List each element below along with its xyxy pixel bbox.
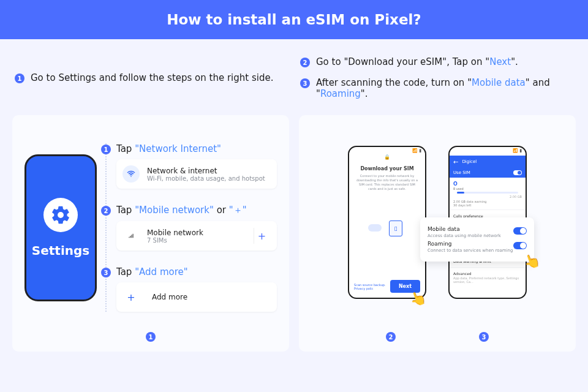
plus-icon[interactable]: + bbox=[254, 228, 270, 244]
cloud-icon bbox=[368, 224, 382, 232]
mobile-data-toggle[interactable] bbox=[513, 227, 527, 235]
card-2: 📶 ▮ 🔒 Download your SIM Connect to your … bbox=[299, 115, 576, 352]
intro-bullet-3: 3 After scanning the code, turn on "Mobi… bbox=[300, 77, 573, 99]
intro-bullet-1: 1 Go to Settings and follow the steps on… bbox=[15, 72, 273, 83]
card2-foot: 2 3 bbox=[299, 331, 576, 342]
use-sim-row[interactable]: Use SIM bbox=[450, 168, 526, 178]
phone-sim-settings: 📶 ▮ ← Digicel Use SIM O 8 used 2.00 GB 2… bbox=[448, 146, 527, 299]
download-illustration: ▯ bbox=[366, 216, 409, 241]
statusbar: 📶 ▮ bbox=[450, 147, 526, 154]
step-1: 1 Tap "Network Internet" Network & inter… bbox=[116, 143, 277, 189]
use-sim-toggle[interactable] bbox=[513, 170, 522, 175]
foot-badge-1: 1 bbox=[146, 332, 156, 342]
step-2: 2 Tap "Mobile network" or "＋" Mobile net… bbox=[116, 205, 277, 251]
step-title-2: Tap "Mobile network" or "＋" bbox=[116, 205, 277, 216]
tile-name: Network & internet bbox=[147, 167, 265, 175]
intro-text-2: Go to "Download your eSIM", Tap on "Next… bbox=[316, 56, 518, 67]
badge-2: 2 bbox=[300, 58, 310, 67]
badge-3: 3 bbox=[300, 78, 310, 88]
statusbar: 📶 ▮ bbox=[349, 147, 425, 154]
intro-text-1: Go to Settings and follow the steps on t… bbox=[31, 72, 273, 83]
intro-right: 2 Go to "Download your eSIM", Tap on "Ne… bbox=[300, 56, 573, 99]
wifi-icon bbox=[123, 165, 140, 183]
step-3: 3 Tap "Add more" + Add more bbox=[116, 266, 277, 312]
row-advanced[interactable]: AdvancedApp data, Preferred network type… bbox=[450, 267, 526, 287]
gear-icon bbox=[43, 198, 78, 232]
tile-sub: Wi-Fi, mobile, data usage, and hotspot bbox=[147, 175, 265, 182]
card1-foot: 1 bbox=[12, 331, 289, 342]
tile-add-more[interactable]: + Add more bbox=[116, 282, 277, 312]
steps-list: 1 Tap "Network Internet" Network & inter… bbox=[105, 143, 277, 312]
back-icon[interactable]: ← bbox=[453, 159, 458, 165]
settings-label: Settings bbox=[32, 243, 89, 258]
intro-row: 1 Go to Settings and follow the steps on… bbox=[0, 39, 588, 115]
page-title: How to install an eSIM on Pixel? bbox=[167, 12, 421, 28]
badge-1: 1 bbox=[15, 74, 24, 83]
step-badge-1: 1 bbox=[101, 145, 111, 154]
phone-download-sim: 📶 ▮ 🔒 Download your SIM Connect to your … bbox=[348, 146, 426, 299]
toggle-row-mobile-data[interactable]: Mobile data Access data using mobile net… bbox=[428, 226, 527, 238]
tile-sub: 7 SIMs bbox=[147, 237, 203, 244]
step-badge-2: 2 bbox=[101, 206, 111, 216]
toggles-overlay: Mobile data Access data using mobile net… bbox=[420, 217, 534, 262]
tile-name: Mobile network bbox=[147, 228, 203, 237]
signal-icon bbox=[123, 227, 140, 244]
foot-badge-2: 2 bbox=[386, 332, 396, 342]
foot-badge-3: 3 bbox=[479, 332, 489, 342]
step-badge-3: 3 bbox=[101, 268, 111, 277]
page-header: How to install an eSIM on Pixel? bbox=[0, 0, 588, 39]
carrier-name: Digicel bbox=[462, 159, 477, 164]
usage-block: O 8 used 2.00 GB 2.00 GB data warning 30… bbox=[450, 178, 526, 209]
intro-bullet-2: 2 Go to "Download your eSIM", Tap on "Ne… bbox=[300, 56, 573, 67]
toggle-row-roaming[interactable]: Roaming Connect to data services when ro… bbox=[428, 241, 527, 253]
plus-icon: + bbox=[123, 288, 140, 306]
download-sub: Connect to your mobile network by downlo… bbox=[349, 172, 425, 194]
topbar: ← Digicel bbox=[450, 156, 526, 168]
roaming-toggle[interactable] bbox=[513, 242, 527, 249]
svg-point-0 bbox=[130, 176, 132, 177]
download-title: Download your SIM bbox=[349, 166, 425, 172]
step-title-3: Tap "Add more" bbox=[116, 266, 277, 277]
step-title-1: Tap "Network Internet" bbox=[116, 143, 277, 154]
simcard-icon: ▯ bbox=[389, 221, 402, 236]
tile-name: Add more bbox=[152, 293, 187, 301]
intro-text-3: After scanning the code, turn on "Mobile… bbox=[316, 77, 573, 99]
tile-network-internet[interactable]: Network & internet Wi-Fi, mobile, data u… bbox=[116, 159, 277, 189]
cards-row: Settings 1 Tap "Network Internet" Networ… bbox=[0, 115, 588, 352]
privacy-link[interactable]: Scan source backup. Privacy polic bbox=[354, 283, 390, 290]
settings-phone: Settings bbox=[24, 154, 97, 301]
tile-mobile-network[interactable]: Mobile network 7 SIMs + bbox=[116, 221, 277, 251]
intro-left: 1 Go to Settings and follow the steps on… bbox=[15, 56, 288, 99]
lock-icon: 🔒 bbox=[349, 154, 425, 160]
card-1: Settings 1 Tap "Network Internet" Networ… bbox=[12, 115, 289, 352]
